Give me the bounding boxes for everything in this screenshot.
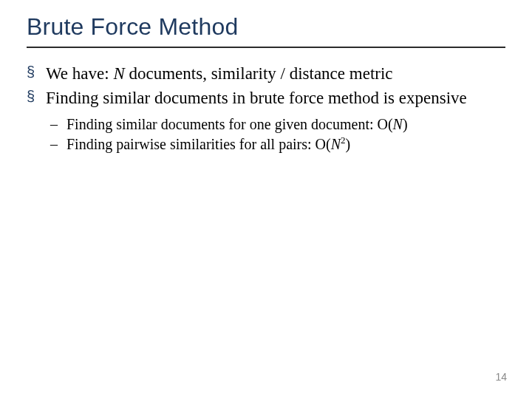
sub-bullet-text: Finding pairwise similarities for all pa… [66, 136, 331, 152]
sub-bullet-text: ) [403, 116, 408, 132]
sub-bullet-text: Finding similar documents for one given … [66, 116, 393, 132]
bullet-text: documents, similarity / distance metric [125, 64, 393, 83]
title-underline [27, 47, 505, 48]
sub-bullet-item: Finding pairwise similarities for all pa… [50, 135, 505, 154]
sub-bullet-text: ) [346, 136, 351, 152]
variable-n: N [331, 136, 341, 152]
slide-title: Brute Force Method [27, 13, 505, 45]
bullet-text: We have: [46, 64, 113, 83]
slide-body: We have: N documents, similarity / dista… [27, 63, 505, 154]
bullet-list: We have: N documents, similarity / dista… [27, 63, 505, 154]
bullet-text: Finding similar documents in brute force… [46, 89, 467, 107]
variable-n: N [393, 116, 403, 132]
variable-n: N [113, 64, 124, 83]
bullet-item: We have: N documents, similarity / dista… [27, 63, 505, 84]
page-number: 14 [495, 371, 507, 383]
bullet-item: Finding similar documents in brute force… [27, 87, 505, 154]
sub-bullet-list: Finding similar documents for one given … [46, 115, 505, 154]
sub-bullet-item: Finding similar documents for one given … [50, 115, 505, 134]
slide: Brute Force Method We have: N documents,… [0, 0, 532, 399]
